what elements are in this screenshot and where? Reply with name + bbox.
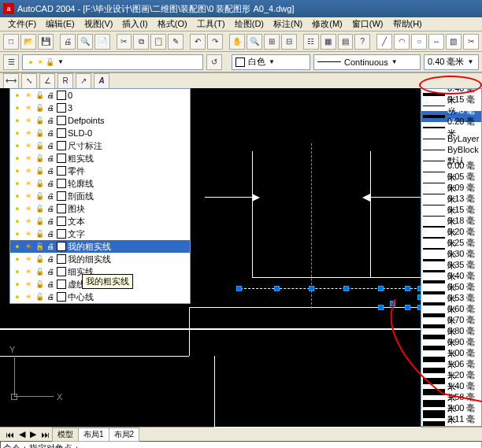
- grip-handle[interactable]: [309, 286, 314, 291]
- tab-first-icon[interactable]: ⏮: [3, 430, 17, 439]
- menu-dim[interactable]: 标注(N): [269, 17, 307, 31]
- lock-icon[interactable]: 🔓: [35, 179, 44, 188]
- freeze-icon[interactable]: ☀: [24, 242, 33, 251]
- dim-icon[interactable]: ↔: [428, 34, 444, 50]
- layer-item[interactable]: ●☀🔓🖨尺寸标注: [10, 139, 190, 152]
- menu-tools[interactable]: 工具(T): [192, 17, 230, 31]
- new-icon[interactable]: □: [3, 34, 19, 50]
- plot-icon[interactable]: 🖨: [46, 154, 55, 163]
- layer-prev-icon[interactable]: ↺: [206, 54, 222, 70]
- lock-icon[interactable]: 🔓: [35, 204, 44, 213]
- entity-centerline[interactable]: [311, 143, 312, 309]
- entity-hidden-line[interactable]: [236, 288, 421, 289]
- lock-icon[interactable]: 🔓: [35, 103, 44, 113]
- dim-line[interactable]: [370, 197, 421, 198]
- plot-icon[interactable]: 🖨: [46, 204, 55, 213]
- circle-icon[interactable]: ○: [411, 34, 427, 50]
- lock-icon[interactable]: 🔓: [35, 116, 44, 125]
- layer-item[interactable]: ●☀🔓🖨图块: [10, 202, 190, 215]
- zoom-win-icon[interactable]: ⊞: [264, 34, 280, 50]
- layer-item[interactable]: ●☀🔓🖨文本: [10, 215, 190, 228]
- plot-icon[interactable]: 🖨: [46, 267, 55, 276]
- lightbulb-icon[interactable]: ●: [13, 242, 22, 251]
- menu-help[interactable]: 帮助(H): [388, 17, 427, 31]
- menu-insert[interactable]: 插入(I): [117, 17, 152, 31]
- lightbulb-icon[interactable]: ●: [13, 280, 22, 289]
- lightbulb-icon[interactable]: ●: [13, 179, 22, 188]
- color-swatch-icon[interactable]: [57, 128, 66, 138]
- lineweight-dropdown[interactable]: 0.40 毫米: [424, 54, 479, 70]
- entity-line[interactable]: [252, 151, 253, 277]
- layer-dropdown-list[interactable]: ●☀🔓🖨0●☀🔓🖨3●☀🔓🖨Defpoints●☀🔓🖨SLD-0●☀🔓🖨尺寸标注…: [9, 88, 191, 304]
- freeze-icon[interactable]: ☀: [24, 166, 33, 176]
- lock-icon[interactable]: 🔓: [35, 91, 44, 100]
- lightbulb-icon[interactable]: ●: [13, 204, 22, 213]
- plot-icon[interactable]: 🖨: [46, 128, 55, 138]
- color-dropdown[interactable]: 白色: [232, 54, 310, 70]
- layer-item[interactable]: ●☀🔓🖨文字: [10, 228, 190, 240]
- grip-handle[interactable]: [274, 286, 280, 291]
- lightbulb-icon[interactable]: ●: [13, 292, 22, 302]
- properties-icon[interactable]: ☷: [303, 34, 319, 50]
- freeze-icon[interactable]: ☀: [24, 116, 33, 125]
- lightbulb-icon[interactable]: ●: [13, 254, 22, 264]
- plot-icon[interactable]: 🖨: [46, 292, 55, 302]
- lock-icon[interactable]: 🔓: [35, 191, 44, 201]
- layer-dropdown[interactable]: ●☀🔓: [22, 54, 203, 70]
- plot-icon[interactable]: 🖨: [46, 103, 55, 113]
- lightbulb-icon[interactable]: ●: [13, 229, 22, 239]
- grip-handle[interactable]: [236, 286, 242, 291]
- color-swatch-icon[interactable]: [57, 191, 66, 201]
- open-icon[interactable]: 📂: [20, 34, 36, 50]
- plot-icon[interactable]: 🖨: [46, 217, 55, 226]
- line-icon[interactable]: ╱: [376, 34, 392, 50]
- entity-line[interactable]: [252, 277, 421, 278]
- color-swatch-icon[interactable]: [57, 267, 66, 276]
- undo-icon[interactable]: ↶: [190, 34, 206, 50]
- color-swatch-icon[interactable]: [57, 280, 66, 289]
- freeze-icon[interactable]: ☀: [24, 141, 33, 150]
- entity-line[interactable]: [214, 427, 421, 428]
- layer-item[interactable]: ●☀🔓🖨0: [10, 89, 190, 102]
- lock-icon[interactable]: 🔓: [35, 229, 44, 239]
- lightbulb-icon[interactable]: ●: [13, 141, 22, 150]
- tab-last-icon[interactable]: ⏭: [39, 430, 52, 439]
- lock-icon[interactable]: 🔓: [35, 141, 44, 150]
- layer-item[interactable]: ●☀🔓🖨零件: [10, 165, 190, 177]
- lightbulb-icon[interactable]: ●: [13, 154, 22, 163]
- tab-layout1[interactable]: 布局1: [78, 428, 109, 442]
- tab-prev-icon[interactable]: ◀: [17, 429, 28, 439]
- freeze-icon[interactable]: ☀: [24, 179, 33, 188]
- color-swatch-icon[interactable]: [57, 254, 66, 264]
- copy-icon[interactable]: ⧉: [133, 34, 149, 50]
- entity-line[interactable]: [189, 307, 190, 356]
- lock-icon[interactable]: 🔓: [35, 292, 44, 302]
- dim-angular-icon[interactable]: ∠: [39, 73, 55, 89]
- freeze-icon[interactable]: ☀: [24, 128, 33, 138]
- menu-modify[interactable]: 修改(M): [307, 17, 347, 31]
- menu-window[interactable]: 窗口(W): [347, 17, 388, 31]
- print-icon[interactable]: 🖨: [60, 34, 76, 50]
- layer-item[interactable]: ●☀🔓🖨我的细实线: [10, 253, 190, 265]
- layer-item[interactable]: ●☀🔓🖨中心线: [10, 291, 190, 303]
- lightbulb-icon[interactable]: ●: [13, 191, 22, 201]
- layer-manager-icon[interactable]: ☰: [3, 54, 19, 70]
- cut-icon[interactable]: ✂: [117, 34, 132, 50]
- color-swatch-icon[interactable]: [57, 292, 66, 302]
- trim-icon[interactable]: ✂: [463, 34, 479, 50]
- menu-file[interactable]: 文件(F): [3, 17, 41, 31]
- zoom-prev-icon[interactable]: ⊟: [281, 34, 297, 50]
- tab-layout2[interactable]: 布局2: [109, 428, 140, 442]
- text-style-icon[interactable]: A: [94, 73, 109, 89]
- lock-icon[interactable]: 🔓: [35, 267, 44, 276]
- layer-item[interactable]: ●☀🔓🖨Defpoints: [10, 114, 190, 127]
- freeze-icon[interactable]: ☀: [24, 267, 33, 276]
- redo-icon[interactable]: ↷: [207, 34, 223, 50]
- plot-icon[interactable]: 🖨: [46, 191, 55, 201]
- freeze-icon[interactable]: ☀: [24, 280, 33, 289]
- freeze-icon[interactable]: ☀: [24, 91, 33, 100]
- color-swatch-icon[interactable]: [57, 242, 66, 251]
- entity-line[interactable]: [370, 151, 371, 277]
- hatch-icon[interactable]: ▧: [446, 34, 462, 50]
- layer-item[interactable]: ●☀🔓🖨粗实线: [10, 152, 190, 165]
